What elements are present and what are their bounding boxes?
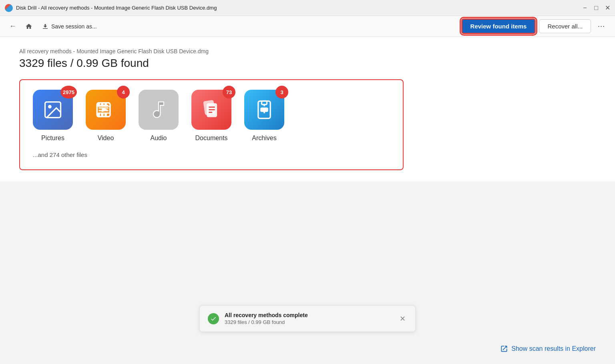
- audio-icon-bg: [139, 90, 179, 130]
- files-found-title: 3329 files / 0.99 GB found: [19, 57, 596, 70]
- category-pictures[interactable]: 2975 Pictures: [33, 90, 73, 142]
- video-label: Video: [98, 135, 114, 142]
- notification-toast: All recovery methods complete 3329 files…: [199, 305, 416, 332]
- checkmark-icon: [210, 316, 217, 322]
- video-icon-wrap: 4: [86, 90, 126, 130]
- main-content: All recovery methods - Mounted Image Gen…: [0, 37, 615, 181]
- notification-subtitle: 3329 files / 0.99 GB found: [225, 319, 392, 325]
- notification-text: All recovery methods complete 3329 files…: [225, 312, 392, 325]
- home-button[interactable]: [22, 20, 35, 33]
- archives-icon: [254, 99, 275, 120]
- video-badge: 4: [117, 86, 130, 99]
- audio-icon: [148, 99, 169, 120]
- category-audio[interactable]: Audio: [139, 90, 179, 142]
- documents-icon: [201, 99, 222, 120]
- video-icon: [95, 99, 116, 120]
- minimize-button[interactable]: −: [582, 5, 588, 11]
- svg-rect-20: [261, 108, 267, 112]
- category-grid: 2975 Pictures: [33, 90, 390, 142]
- svg-point-1: [48, 105, 51, 108]
- category-documents[interactable]: 73 Documents: [191, 90, 231, 142]
- documents-badge: 73: [223, 86, 235, 99]
- review-found-items-button[interactable]: Review found items: [461, 18, 536, 34]
- pictures-badge: 2975: [60, 86, 77, 99]
- close-button[interactable]: ✕: [605, 5, 610, 11]
- titlebar: Disk Drill - All recovery methods - Moun…: [0, 0, 615, 16]
- category-box: 2975 Pictures: [19, 79, 404, 170]
- success-icon: [208, 313, 219, 324]
- scan-subtitle: All recovery methods - Mounted Image Gen…: [19, 48, 596, 54]
- window-controls: − □ ✕: [582, 5, 610, 11]
- notification-title: All recovery methods complete: [225, 312, 392, 318]
- pictures-label: Pictures: [41, 135, 64, 142]
- svg-rect-18: [262, 101, 267, 105]
- documents-label: Documents: [195, 135, 228, 142]
- more-options-button[interactable]: ···: [594, 19, 609, 34]
- save-session-button[interactable]: Save session as...: [38, 21, 100, 32]
- external-link-icon: [500, 345, 508, 353]
- window-title: Disk Drill - All recovery methods - Moun…: [16, 5, 582, 11]
- pictures-icon-wrap: 2975: [33, 90, 73, 130]
- show-scan-results-link[interactable]: Show scan results in Explorer: [500, 345, 596, 353]
- other-files-text: ...and 274 other files: [33, 151, 390, 158]
- archives-icon-wrap: 3: [244, 90, 284, 130]
- show-scan-results-label: Show scan results in Explorer: [511, 345, 596, 352]
- category-archives[interactable]: 3 Archives: [244, 90, 284, 142]
- archives-label: Archives: [252, 135, 276, 142]
- toolbar: ← Save session as... Review found items …: [0, 16, 615, 37]
- back-button[interactable]: ←: [6, 20, 19, 33]
- audio-label: Audio: [151, 135, 167, 142]
- notification-close-button[interactable]: ✕: [398, 314, 407, 324]
- pictures-icon: [42, 99, 63, 120]
- archives-badge: 3: [275, 86, 288, 99]
- download-icon: [42, 23, 49, 30]
- audio-icon-wrap: [139, 90, 179, 130]
- app-icon: [5, 4, 13, 12]
- maximize-button[interactable]: □: [593, 5, 599, 11]
- documents-icon-wrap: 73: [191, 90, 231, 130]
- recover-all-button[interactable]: Recover all...: [539, 19, 591, 33]
- home-icon: [25, 23, 32, 30]
- category-video[interactable]: 4 Video: [86, 90, 126, 142]
- save-session-label: Save session as...: [51, 23, 97, 30]
